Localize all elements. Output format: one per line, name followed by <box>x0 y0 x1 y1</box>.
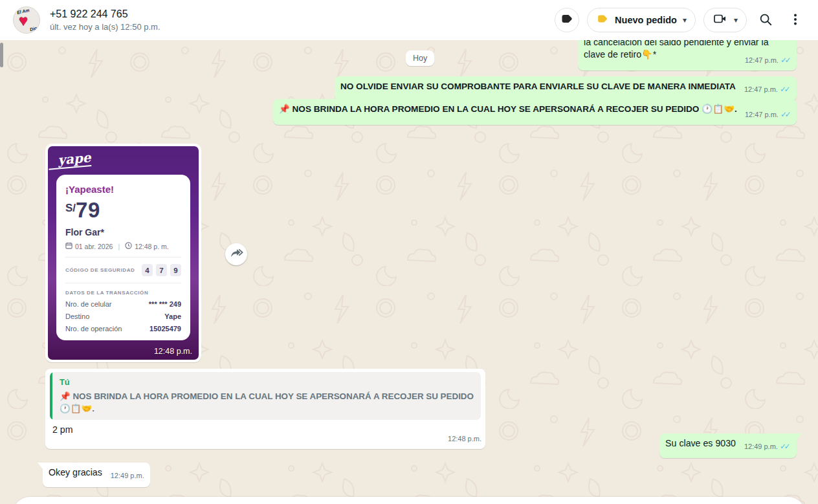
security-digit: 4 <box>142 264 153 276</box>
message-text: NO OLVIDE ENVIAR SU COMPROBANTE PARA ENV… <box>340 82 736 91</box>
message-meta: 12:47 p.m. ✓✓ <box>744 83 791 96</box>
chevron-down-icon: ▾ <box>683 16 687 24</box>
message-meta: 12:47 p.m. ✓✓ <box>745 109 791 121</box>
forward-button[interactable] <box>225 243 247 265</box>
message-bubble-incoming[interactable]: Okey gracias 12:49 p.m. <box>43 463 150 487</box>
new-order-label: Nuevo pedido <box>615 15 677 25</box>
yape-receipt-image: yape ¡Yapeaste! S/79 Flor Gar* 01 abr. 2… <box>48 146 199 360</box>
message-time: 12:47 p.m. <box>745 54 779 67</box>
clock-icon <box>125 242 132 250</box>
message-time: 12:47 p.m. <box>744 83 778 96</box>
amount-value: 79 <box>76 198 100 222</box>
message-bubble-outgoing[interactable]: 📌 NOS BRINDA LA HORA PROMEDIO EN LA CUAL… <box>273 99 797 125</box>
chat-area: Hoy la cancelación del saldo pendiente y… <box>0 40 818 504</box>
video-camera-icon <box>713 12 728 28</box>
message-bubble-outgoing[interactable]: NO OLVIDE ENVIAR SU COMPROBANTE PARA ENV… <box>335 76 797 101</box>
message-row: yape ¡Yapeaste! S/79 Flor Gar* 01 abr. 2… <box>45 144 201 362</box>
message-time: 12:48 p.m. <box>448 433 481 445</box>
security-code-digits: 4 7 9 <box>142 264 181 276</box>
transaction-row-value: *** *** 249 <box>149 300 181 308</box>
currency-symbol: S/ <box>65 202 76 214</box>
chat-header: El Am ♥ Dio +51 922 244 765 últ. vez hoy… <box>0 0 818 40</box>
compose-bar[interactable] <box>13 497 805 504</box>
contact-info[interactable]: +51 922 244 765 últ. vez hoy a la(s) 12:… <box>50 8 160 32</box>
search-button[interactable] <box>755 8 777 32</box>
contact-last-seen: últ. vez hoy a la(s) 12:50 p.m. <box>50 22 160 32</box>
image-timestamp: 12:48 p.m. <box>154 347 192 356</box>
tag-icon <box>560 12 574 28</box>
contact-avatar[interactable]: El Am ♥ Dio <box>13 6 40 34</box>
new-order-tag-icon <box>596 12 609 28</box>
message-row: Tú 📌 NOS BRINDA LA HORA PROMEDIO EN LA C… <box>45 369 485 449</box>
security-digit: 7 <box>156 264 167 276</box>
scrollbar-thumb[interactable] <box>0 43 3 67</box>
transaction-row-value: 15025479 <box>149 325 181 333</box>
transaction-row: Nro. de celular *** *** 249 <box>65 300 181 308</box>
message-time: 12:49 p.m. <box>744 441 778 453</box>
transaction-row: Destino Yape <box>65 312 181 320</box>
transaction-row: Nro. de operación 15025479 <box>65 325 181 333</box>
date-chip: Hoy <box>406 50 434 66</box>
menu-button[interactable] <box>784 8 806 32</box>
message-bubble-outgoing[interactable]: la cancelación del saldo pendiente y env… <box>578 40 797 71</box>
transaction-data-label: DATOS DE LA TRANSACCIÓN <box>65 290 181 296</box>
security-code-row: CÓDIGO DE SEGURIDAD 4 7 9 <box>65 264 181 276</box>
receipt-time: 12:48 p. m. <box>135 243 169 250</box>
message-text: 📌 NOS BRINDA LA HORA PROMEDIO EN LA CUAL… <box>279 104 737 114</box>
message-time: 12:49 p.m. <box>111 470 144 482</box>
message-text: Su clave es 9030 <box>665 438 736 448</box>
recipient-name: Flor Gar* <box>65 227 181 237</box>
quote-text: 📌 NOS BRINDA LA HORA PROMEDIO EN LA CUAL… <box>60 390 474 415</box>
security-digit: 9 <box>170 264 181 276</box>
yape-logo: yape <box>48 146 92 170</box>
separator: | <box>118 243 120 250</box>
message-bubble-incoming[interactable]: Tú 📌 NOS BRINDA LA HORA PROMEDIO EN LA C… <box>45 369 485 449</box>
message-meta: 12:47 p.m. ✓✓ <box>745 54 791 67</box>
message-row: Su clave es 9030 12:49 p.m. ✓✓ <box>659 433 797 458</box>
receipt-datetime: 01 abr. 2026 | 12:48 p. m. <box>65 242 181 250</box>
security-code-label: CÓDIGO DE SEGURIDAD <box>65 267 135 273</box>
message-time: 12:47 p.m. <box>745 109 779 121</box>
heart-icon: ♥ <box>19 12 28 30</box>
kebab-menu-icon <box>789 12 802 28</box>
message-text: 2 pm <box>50 424 73 435</box>
transaction-row-label: Destino <box>65 312 89 320</box>
message-text: Okey gracias <box>49 467 102 477</box>
calendar-icon <box>65 242 72 250</box>
message-text: la cancelación del saldo pendiente y env… <box>584 40 769 60</box>
message-row: Okey gracias 12:49 p.m. <box>43 463 150 487</box>
forward-icon <box>229 247 243 261</box>
header-actions: Nuevo pedido ▾ ▾ <box>555 8 806 32</box>
transaction-row-label: Nro. de celular <box>65 300 112 308</box>
receipt-card: ¡Yapeaste! S/79 Flor Gar* 01 abr. 2026 | <box>56 175 190 340</box>
message-row: la cancelación del saldo pendiente y env… <box>578 40 797 71</box>
transaction-row-label: Nro. de operación <box>65 325 122 333</box>
label-filter-button[interactable] <box>555 8 579 32</box>
avatar-text-bottom: Dio <box>29 26 38 32</box>
contact-name: +51 922 244 765 <box>50 8 160 20</box>
read-receipt-icon: ✓✓ <box>780 54 791 67</box>
quote-author: Tú <box>60 376 474 388</box>
message-row: 📌 NOS BRINDA LA HORA PROMEDIO EN LA CUAL… <box>273 99 797 125</box>
yape-receipt-image-message[interactable]: yape ¡Yapeaste! S/79 Flor Gar* 01 abr. 2… <box>45 144 201 362</box>
transaction-row-value: Yape <box>164 312 181 320</box>
message-meta: 12:49 p.m. ✓✓ <box>744 441 791 453</box>
message-row: NO OLVIDE ENVIAR SU COMPROBANTE PARA ENV… <box>335 76 797 101</box>
read-receipt-icon: ✓✓ <box>780 441 791 453</box>
receipt-date: 01 abr. 2026 <box>75 243 113 250</box>
new-order-button[interactable]: Nuevo pedido ▾ <box>587 8 696 32</box>
read-receipt-icon: ✓✓ <box>780 109 791 121</box>
message-meta: 12:48 p.m. <box>448 433 481 445</box>
receipt-amount: S/79 <box>65 198 181 223</box>
quote-block[interactable]: Tú 📌 NOS BRINDA LA HORA PROMEDIO EN LA C… <box>50 372 481 420</box>
quote-body: Tú 📌 NOS BRINDA LA HORA PROMEDIO EN LA C… <box>52 372 481 420</box>
search-icon <box>758 12 773 28</box>
video-call-button[interactable]: ▾ <box>703 8 747 32</box>
chevron-down-icon: ▾ <box>734 16 738 24</box>
read-receipt-icon: ✓✓ <box>780 83 791 96</box>
message-meta: 12:49 p.m. <box>111 470 144 482</box>
message-bubble-outgoing[interactable]: Su clave es 9030 12:49 p.m. ✓✓ <box>659 433 797 458</box>
receipt-title: ¡Yapeaste! <box>65 184 181 195</box>
